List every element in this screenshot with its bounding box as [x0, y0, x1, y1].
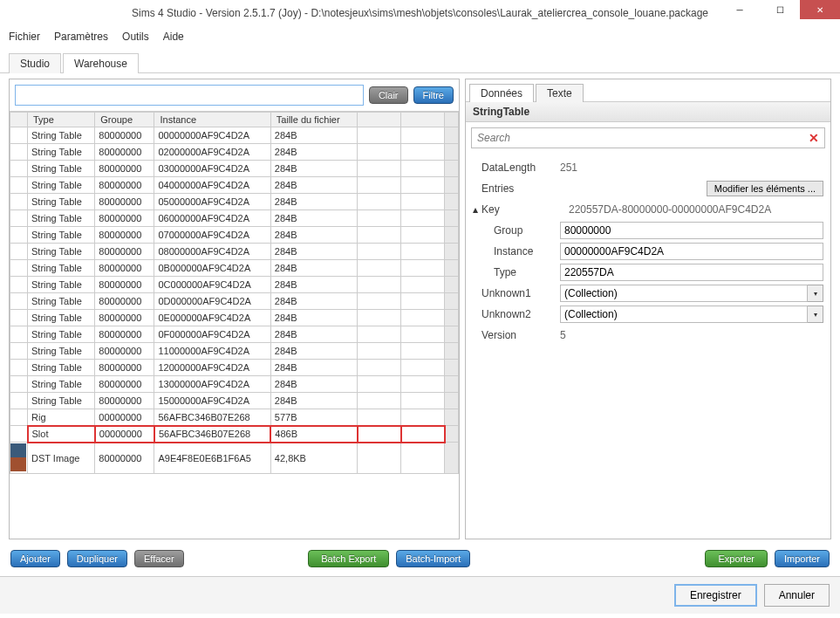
export-button[interactable]: Exporter — [705, 550, 768, 567]
table-row[interactable]: String Table8000000013000000AF9C4D2A284B — [10, 376, 459, 393]
table-row[interactable]: DST Image80000000A9E4F8E0E6B1F6A542,8KB — [10, 443, 459, 474]
batch-export-button[interactable]: Batch Export — [308, 550, 389, 567]
prop-label-group: Group — [473, 224, 560, 237]
prop-label-unk1: Unknown1 — [473, 287, 560, 299]
table-row[interactable]: String Table8000000002000000AF9C4D2A284B — [10, 144, 459, 161]
tab-data[interactable]: Données — [469, 84, 534, 102]
table-row[interactable]: String Table800000000D000000AF9C4D2A284B — [10, 293, 459, 310]
close-button[interactable]: ✕ — [800, 0, 840, 19]
table-row[interactable]: String Table8000000003000000AF9C4D2A284B — [10, 161, 459, 177]
panel-title: StringTable — [466, 102, 830, 122]
prop-val-version: 5 — [560, 329, 823, 341]
col-size[interactable]: Taille du fichier — [270, 113, 357, 127]
prop-label-instance: Instance — [473, 245, 560, 258]
add-button[interactable]: Ajouter — [10, 550, 60, 567]
prop-label-version: Version — [473, 329, 560, 341]
prop-input-type[interactable] — [560, 264, 823, 281]
table-row[interactable]: String Table8000000015000000AF9C4D2A284B — [10, 393, 459, 409]
col-extra1[interactable] — [358, 113, 401, 127]
filter-input[interactable] — [15, 85, 364, 106]
table-row[interactable]: String Table8000000000000000AF9C4D2A284B — [10, 127, 459, 144]
prop-input-unk2[interactable] — [560, 306, 808, 323]
prop-input-instance[interactable] — [560, 243, 823, 260]
minimize-button[interactable]: ─ — [720, 0, 760, 19]
maximize-button[interactable]: ☐ — [760, 0, 800, 19]
table-row[interactable]: String Table8000000012000000AF9C4D2A284B — [10, 360, 459, 376]
menu-file[interactable]: Fichier — [9, 31, 40, 43]
main-tabs: Studio Warehouse — [0, 52, 840, 73]
combo-btn-unk2[interactable]: ▾ — [808, 306, 823, 323]
table-row[interactable]: String Table800000000C000000AF9C4D2A284B — [10, 277, 459, 293]
col-group[interactable]: Groupe — [95, 113, 154, 127]
prop-val-datalength: 251 — [560, 161, 823, 174]
col-instance[interactable]: Instance — [154, 113, 270, 127]
prop-input-group[interactable] — [560, 222, 823, 239]
table-row[interactable]: String Table8000000004000000AF9C4D2A284B — [10, 177, 459, 194]
duplicate-button[interactable]: Dupliquer — [67, 550, 127, 567]
tab-text[interactable]: Texte — [536, 84, 584, 102]
menubar: Fichier Paramètres Outils Aide — [0, 26, 840, 47]
table-row[interactable]: String Table800000000F000000AF9C4D2A284B — [10, 326, 459, 343]
batch-import-button[interactable]: Batch-Import — [396, 550, 470, 567]
clear-search-icon[interactable]: ✕ — [809, 131, 819, 145]
table-row[interactable]: String Table8000000005000000AF9C4D2A284B — [10, 194, 459, 210]
table-row[interactable]: String Table800000000B000000AF9C4D2A284B — [10, 260, 459, 277]
tab-warehouse[interactable]: Warehouse — [63, 53, 139, 73]
clear-filter-button[interactable]: Clair — [369, 86, 408, 104]
modify-entries-button[interactable]: Modifier les éléments ... — [707, 181, 823, 196]
titlebar: Sims 4 Studio - Version 2.5.1.7 (Joy) - … — [0, 0, 840, 26]
col-extra2[interactable] — [401, 113, 445, 127]
property-search-input[interactable] — [477, 132, 809, 144]
menu-params[interactable]: Paramètres — [54, 31, 108, 43]
import-button[interactable]: Importer — [775, 550, 830, 567]
prop-label-datalength: DataLength — [473, 161, 560, 174]
delete-button[interactable]: Effacer — [134, 550, 184, 567]
prop-label-unk2: Unknown2 — [473, 308, 560, 320]
filter-button[interactable]: Filtre — [413, 86, 454, 104]
menu-tools[interactable]: Outils — [122, 31, 149, 43]
table-row[interactable]: String Table800000000E000000AF9C4D2A284B — [10, 310, 459, 326]
key-expand-icon[interactable]: ▴ — [473, 203, 481, 216]
cancel-button[interactable]: Annuler — [764, 584, 830, 607]
property-search-box[interactable]: ✕ — [471, 127, 825, 148]
thumbnail-icon — [10, 443, 26, 471]
table-row[interactable]: Rig0000000056AFBC346B07E268577B — [10, 409, 459, 426]
table-row[interactable]: String Table8000000006000000AF9C4D2A284B — [10, 210, 459, 227]
property-panel: Données Texte StringTable ✕ DataLength 2… — [465, 79, 831, 539]
prop-label-type: Type — [473, 266, 560, 278]
prop-input-unk1[interactable] — [560, 285, 808, 302]
action-bar: Ajouter Dupliquer Effacer Batch Export B… — [0, 545, 840, 573]
resource-table[interactable]: Type Groupe Instance Taille du fichier S… — [10, 112, 459, 474]
table-row[interactable]: String Table8000000011000000AF9C4D2A284B — [10, 343, 459, 360]
col-scroll — [445, 113, 459, 127]
menu-help[interactable]: Aide — [163, 31, 184, 43]
window-title: Sims 4 Studio - Version 2.5.1.7 (Joy) - … — [0, 7, 840, 19]
col-type[interactable]: Type — [28, 113, 95, 127]
col-icon[interactable] — [10, 113, 28, 127]
dialog-buttons: Enregistrer Annuler — [0, 576, 840, 614]
combo-btn-unk1[interactable]: ▾ — [808, 285, 823, 302]
resource-list-panel: Clair Filtre Type Groupe Instance Taille… — [9, 79, 460, 539]
prop-val-key: 220557DA-80000000-00000000AF9C4D2A — [569, 203, 823, 216]
save-button[interactable]: Enregistrer — [674, 584, 757, 607]
tab-studio[interactable]: Studio — [9, 53, 61, 73]
table-row[interactable]: String Table8000000008000000AF9C4D2A284B — [10, 244, 459, 260]
prop-label-entries: Entries — [473, 182, 560, 195]
table-row[interactable]: Slot0000000056AFBC346B07E268486B — [10, 426, 459, 443]
prop-label-key: Key — [481, 203, 569, 216]
table-row[interactable]: String Table8000000007000000AF9C4D2A284B — [10, 227, 459, 244]
